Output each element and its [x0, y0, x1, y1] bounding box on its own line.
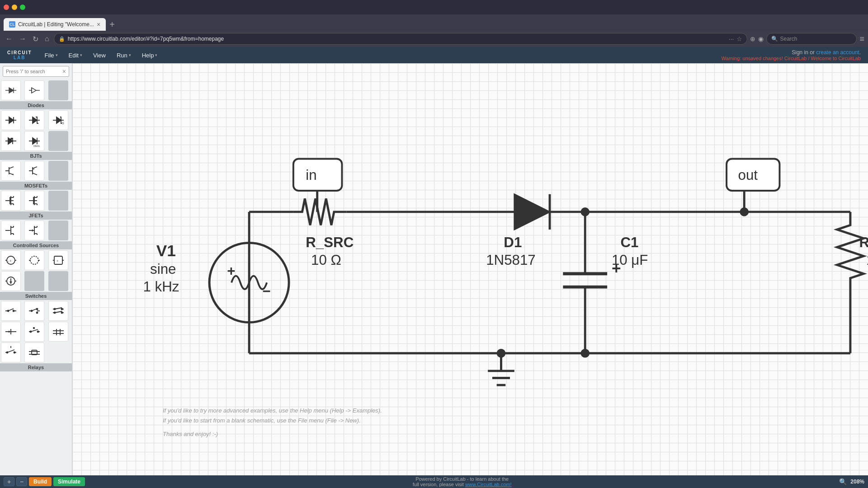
npn-component[interactable] [1, 161, 21, 181]
zoom-search-icon[interactable]: 🔍 [839, 478, 847, 485]
component-item[interactable] [1, 80, 21, 100]
minus-button[interactable]: − [16, 477, 27, 486]
svg-line-126 [7, 350, 14, 352]
app-body: × [0, 63, 868, 475]
svg-point-158 [497, 349, 506, 358]
svg-text:1N5817: 1N5817 [486, 252, 536, 268]
circuitlab-link[interactable]: www.CircuitLab.com! [465, 482, 512, 487]
active-tab[interactable]: CL CircuitLab | Editing "Welcome... × [4, 18, 106, 31]
pre-diodes-grid [0, 80, 72, 101]
tab-favicon: CL [9, 21, 15, 28]
diode-component[interactable] [1, 110, 21, 130]
svg-marker-38 [33, 169, 34, 170]
sidebar-spacer [48, 271, 68, 291]
menu-file[interactable]: File ▾ [39, 47, 63, 63]
window-close-button[interactable] [4, 5, 9, 10]
back-button[interactable]: ← [4, 34, 14, 44]
switch4-component[interactable] [1, 322, 21, 342]
svg-marker-6 [32, 88, 36, 93]
canvas-info-line2: If you'd like to start from a blank sche… [163, 416, 382, 426]
svg-line-37 [33, 173, 37, 175]
menu-icon[interactable]: ≡ [859, 34, 864, 44]
section-controlled-sources: Controlled Sources [0, 241, 72, 249]
sidebar-spacer [48, 161, 68, 181]
app-logo: CIRCUIT LAB [0, 50, 39, 60]
component-item[interactable] [24, 80, 44, 100]
sidebar-spacer [48, 221, 68, 240]
switch1-component[interactable] [1, 301, 21, 321]
switch2-component[interactable] [24, 301, 44, 321]
menu-edit[interactable]: Edit ▾ [63, 47, 88, 63]
url-bar[interactable]: 🔒 https://www.circuitlab.com/editor/#?id… [54, 33, 748, 45]
vcvs-component[interactable]: + - [1, 250, 21, 270]
bjts-grid [0, 160, 72, 182]
search-placeholder: Search [780, 36, 797, 42]
browser-search[interactable]: 🔍 Search [766, 33, 857, 45]
ccvs-component[interactable]: + [48, 250, 68, 270]
add-button[interactable]: + [4, 477, 14, 486]
extensions-icon[interactable]: ⊕ [750, 35, 755, 42]
switch3-component[interactable] [48, 301, 68, 321]
pjfet-component[interactable] [24, 221, 44, 240]
section-diodes: Diodes [0, 101, 72, 109]
svg-text:+: + [227, 263, 235, 279]
svg-text:10 μF: 10 μF [612, 252, 648, 268]
build-button[interactable]: Build [29, 477, 52, 486]
svg-line-36 [33, 167, 37, 169]
tab-title: CircuitLab | Editing "Welcome... [18, 21, 94, 28]
zener-component[interactable] [24, 110, 44, 130]
menu-view[interactable]: View [88, 47, 111, 63]
ideal-diode-component[interactable]: IDEAL [24, 131, 44, 151]
svg-marker-70 [32, 229, 33, 232]
cccs-component[interactable] [1, 271, 21, 291]
powered-line1: Powered by CircuitLab - to learn about t… [89, 476, 835, 482]
svg-marker-16 [57, 117, 61, 123]
svg-text:R_SRC: R_SRC [306, 235, 354, 250]
search-input[interactable] [6, 69, 61, 74]
section-bjts: BJTs [0, 152, 72, 160]
menu-run[interactable]: Run ▾ [111, 47, 137, 63]
search-box[interactable]: × [3, 66, 69, 77]
svg-line-105 [55, 308, 62, 309]
menu-help[interactable]: Help ▾ [137, 47, 163, 63]
menu-items: File ▾ Edit ▾ View Run ▾ Help ▾ [39, 47, 163, 63]
tvs-component[interactable] [1, 131, 21, 151]
pnp-component[interactable] [24, 161, 44, 181]
window-minimize-button[interactable] [12, 5, 17, 10]
create-account-link[interactable]: create an account [816, 49, 859, 56]
jfets-grid [0, 220, 72, 241]
window-controls [4, 5, 25, 10]
forward-button[interactable]: → [17, 34, 28, 44]
simulate-button[interactable]: Simulate [53, 477, 85, 486]
tab-close-button[interactable]: × [97, 21, 100, 28]
search-icon: 🔍 [771, 36, 778, 42]
switch7-component[interactable] [1, 343, 21, 362]
window-maximize-button[interactable] [20, 5, 25, 10]
new-tab-button[interactable]: + [106, 18, 118, 31]
canvas-area[interactable]: + − + in [72, 63, 868, 475]
url-text: https://www.circuitlab.com/editor/#?id=7… [68, 36, 224, 42]
svg-marker-9 [9, 117, 14, 123]
bookmark-icon[interactable]: ☆ [736, 35, 742, 42]
njfet-component[interactable] [1, 221, 21, 240]
search-close-icon[interactable]: × [62, 68, 66, 75]
switch6-component[interactable] [48, 322, 68, 342]
logo-circuit: CIRCUIT [7, 50, 32, 55]
svg-point-96 [37, 312, 38, 314]
vccs-component[interactable] [24, 250, 44, 270]
file-chevron: ▾ [56, 53, 58, 57]
reload-button[interactable]: ↻ [31, 34, 40, 44]
svg-marker-1 [9, 88, 14, 93]
menu-right: Sign in or create an account. Warning: u… [722, 49, 868, 61]
profile-icon[interactable]: ◉ [758, 35, 764, 42]
pmos-component[interactable] [24, 191, 44, 211]
switch5-component[interactable] [24, 322, 44, 342]
mosfets-grid [0, 190, 72, 211]
svg-text:R_LOAD: R_LOAD [859, 235, 868, 250]
nmos-component[interactable] [1, 191, 21, 211]
svg-text:+: + [9, 259, 12, 263]
url-options-icon[interactable]: ··· [729, 35, 734, 42]
schottky-component[interactable]: S [48, 110, 68, 130]
switch8-component[interactable] [24, 343, 44, 362]
home-button[interactable]: ⌂ [43, 34, 51, 44]
